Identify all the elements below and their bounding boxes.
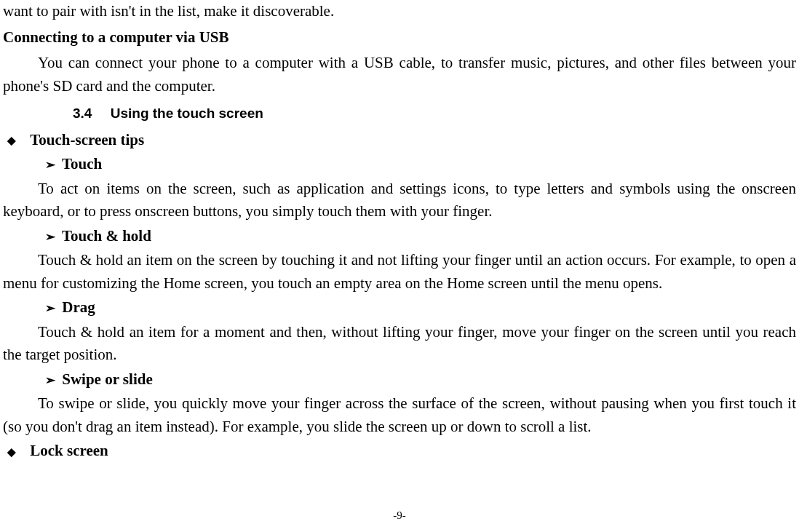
touch-body: To act on items on the screen, such as a… [3, 178, 796, 223]
touch-title: Touch [62, 155, 102, 172]
touch-hold-heading: ➢ Touch & hold [45, 225, 796, 248]
drag-heading: ➢ Drag [45, 296, 796, 319]
arrow-icon: ➢ [45, 228, 55, 247]
touch-heading: ➢ Touch [45, 153, 796, 176]
arrow-icon: ➢ [45, 299, 55, 318]
tips-heading-text: Touch-screen tips [30, 131, 144, 148]
section-heading: 3.4 Using the touch screen [73, 103, 796, 124]
touch-hold-title: Touch & hold [62, 227, 151, 245]
drag-body: Touch & hold an item for a moment and th… [3, 321, 796, 367]
section-number: 3.4 [73, 103, 92, 124]
swipe-heading: ➢ Swipe or slide [45, 368, 796, 392]
arrow-icon: ➢ [45, 156, 55, 175]
lock-heading-item: ◆ Lock screen [3, 440, 796, 463]
swipe-body: To swipe or slide, you quickly move your… [3, 392, 796, 438]
touch-hold-body: Touch & hold an item on the screen by to… [3, 249, 796, 295]
tips-heading-item: ◆ Touch-screen tips [3, 129, 796, 152]
diamond-icon: ◆ [3, 444, 20, 461]
diamond-icon: ◆ [3, 132, 20, 149]
page-number: -9- [0, 507, 799, 524]
lock-heading-text: Lock screen [30, 442, 108, 459]
arrow-icon: ➢ [45, 371, 55, 390]
partial-top-line: want to pair with isn't in the list, mak… [3, 0, 796, 23]
section-title: Using the touch screen [111, 106, 263, 121]
usb-heading: Connecting to a computer via USB [3, 26, 796, 49]
usb-body: You can connect your phone to a computer… [3, 52, 796, 98]
swipe-title: Swipe or slide [62, 370, 152, 388]
drag-title: Drag [62, 298, 95, 316]
